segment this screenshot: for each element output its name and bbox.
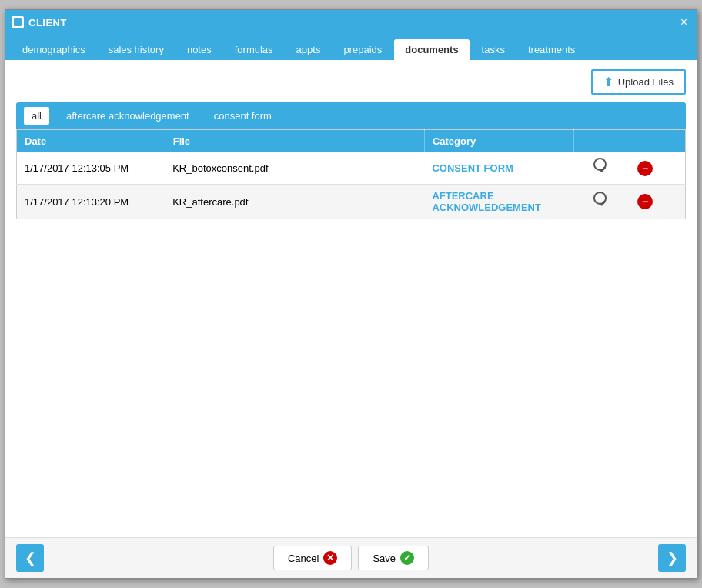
save-label: Save bbox=[373, 553, 396, 564]
table-row: 1/17/2017 12:13:20 PM KR_aftercare.pdf A… bbox=[17, 185, 686, 219]
tab-bar: demographics sales history notes formula… bbox=[5, 35, 697, 60]
delete-icon: − bbox=[637, 161, 653, 176]
documents-table: Date File Category 1/17/2017 12:13:05 PM… bbox=[16, 129, 686, 219]
row2-view-cell bbox=[574, 185, 630, 219]
upload-arrow-icon: ⬆ bbox=[603, 75, 613, 89]
tab-appts[interactable]: appts bbox=[286, 39, 332, 60]
close-button[interactable]: × bbox=[677, 16, 690, 28]
save-button[interactable]: Save ✓ bbox=[358, 546, 429, 570]
content-area: ⬆ Upload Files all aftercare acknowledge… bbox=[5, 60, 697, 537]
documents-panel: all aftercare acknowledgement consent fo… bbox=[16, 102, 686, 219]
col-header-delete bbox=[630, 130, 685, 153]
row2-view-button[interactable] bbox=[593, 192, 610, 212]
window-icon bbox=[12, 16, 24, 28]
table-row: 1/17/2017 12:13:05 PM KR_botoxconsent.pd… bbox=[17, 152, 686, 185]
row2-delete-button[interactable]: − bbox=[637, 194, 653, 209]
chevron-right-icon: ❯ bbox=[667, 550, 678, 566]
nav-next-button[interactable]: ❯ bbox=[658, 544, 686, 572]
main-window: CLIENT × demographics sales history note… bbox=[5, 9, 697, 579]
tab-notes[interactable]: notes bbox=[176, 39, 222, 60]
chevron-left-icon: ❮ bbox=[25, 550, 36, 566]
tab-formulas[interactable]: formulas bbox=[224, 39, 284, 60]
row1-delete-cell: − bbox=[630, 152, 685, 185]
filter-aftercare[interactable]: aftercare acknowledgement bbox=[58, 107, 197, 125]
title-bar-left: CLIENT bbox=[12, 16, 67, 28]
save-icon: ✓ bbox=[400, 551, 414, 565]
col-header-category: Category bbox=[424, 130, 574, 153]
row1-file: KR_botoxconsent.pdf bbox=[165, 152, 424, 185]
magnifier-icon bbox=[593, 158, 610, 175]
upload-button-label: Upload Files bbox=[618, 76, 674, 88]
title-bar: CLIENT × bbox=[5, 10, 697, 35]
magnifier-icon bbox=[593, 192, 610, 209]
window-title: CLIENT bbox=[28, 17, 67, 28]
row2-category-link[interactable]: AFTERCARE ACKNOWLEDGEMENT bbox=[432, 190, 541, 213]
tab-tasks[interactable]: tasks bbox=[471, 39, 516, 60]
col-header-file: File bbox=[165, 130, 424, 153]
tab-demographics[interactable]: demographics bbox=[12, 39, 96, 60]
row1-delete-button[interactable]: − bbox=[637, 161, 653, 176]
tab-sales-history[interactable]: sales history bbox=[98, 39, 175, 60]
col-header-date: Date bbox=[17, 130, 165, 153]
row1-view-cell bbox=[574, 152, 630, 185]
filter-bar: all aftercare acknowledgement consent fo… bbox=[16, 102, 686, 129]
row1-category-link[interactable]: CONSENT FORM bbox=[432, 162, 513, 174]
bottom-actions: Cancel ✕ Save ✓ bbox=[273, 546, 429, 570]
delete-icon: − bbox=[637, 194, 653, 209]
row1-category: CONSENT FORM bbox=[424, 152, 574, 185]
tab-treatments[interactable]: treatments bbox=[517, 39, 586, 60]
row1-date: 1/17/2017 12:13:05 PM bbox=[17, 152, 165, 185]
row2-category: AFTERCARE ACKNOWLEDGEMENT bbox=[424, 185, 574, 219]
filter-consent[interactable]: consent form bbox=[206, 107, 279, 125]
row2-delete-cell: − bbox=[630, 185, 685, 219]
col-header-view bbox=[574, 130, 630, 153]
cancel-label: Cancel bbox=[288, 553, 319, 564]
cancel-icon: ✕ bbox=[323, 551, 337, 565]
bottom-bar: ❮ Cancel ✕ Save ✓ ❯ bbox=[5, 537, 697, 578]
row2-date: 1/17/2017 12:13:20 PM bbox=[17, 185, 165, 219]
upload-files-button[interactable]: ⬆ Upload Files bbox=[591, 69, 686, 95]
tab-prepaids[interactable]: prepaids bbox=[333, 39, 393, 60]
row2-file: KR_aftercare.pdf bbox=[165, 185, 424, 219]
tab-documents[interactable]: documents bbox=[394, 39, 469, 60]
row1-view-button[interactable] bbox=[593, 158, 610, 179]
cancel-button[interactable]: Cancel ✕ bbox=[273, 546, 352, 570]
filter-all[interactable]: all bbox=[24, 107, 49, 125]
upload-row: ⬆ Upload Files bbox=[16, 69, 686, 95]
nav-prev-button[interactable]: ❮ bbox=[16, 544, 44, 572]
